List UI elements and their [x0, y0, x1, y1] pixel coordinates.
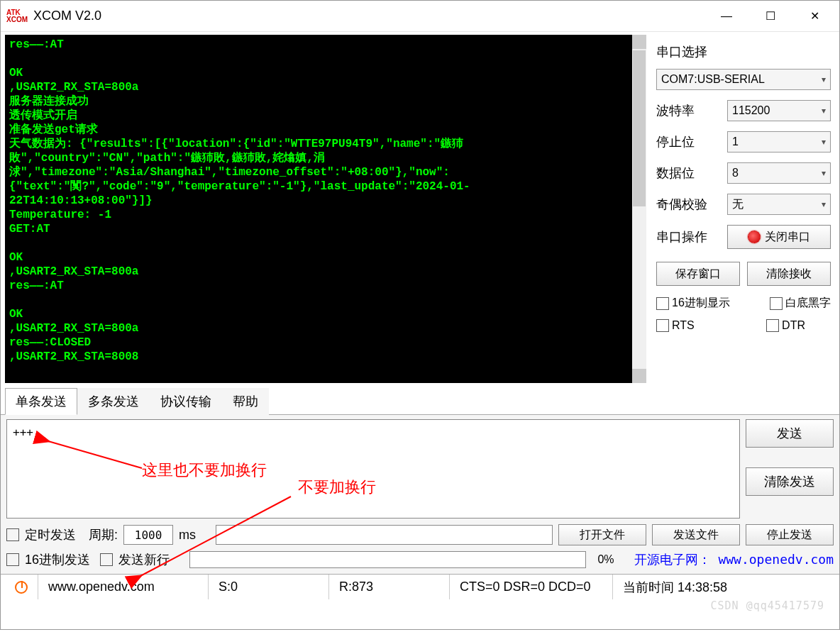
- svg-line-2: [140, 497, 291, 576]
- watermark: CSDN @qq45417579: [711, 599, 825, 612]
- svg-line-1: [48, 441, 142, 468]
